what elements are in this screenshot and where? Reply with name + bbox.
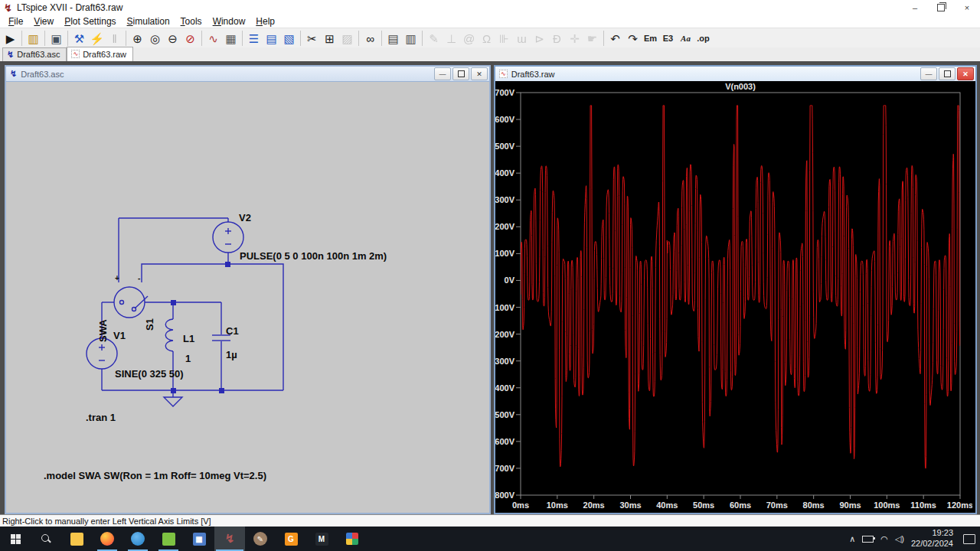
taskbar-ltspice-icon[interactable]: ↯ <box>214 527 245 551</box>
child-minimize-button[interactable]: — <box>920 67 937 80</box>
taskbar-search-button[interactable] <box>31 527 61 551</box>
menu-tools[interactable]: Tools <box>175 16 207 27</box>
toolbar-ground-button: ⊥ <box>443 30 460 47</box>
toolbar-undo-button[interactable]: ↶ <box>606 30 624 47</box>
minimize-button[interactable]: – <box>902 0 928 15</box>
menu-plot-settings[interactable]: Plot Settings <box>59 16 121 27</box>
toolbar-run-simulation-button[interactable]: ⚡ <box>88 30 106 47</box>
toolbar-text-button[interactable]: Aa <box>677 30 694 47</box>
toolbar-cut-button[interactable]: ✂ <box>303 30 321 47</box>
label-v1-value[interactable]: SINE(0 325 50) <box>115 368 184 380</box>
taskbar-m-app-icon[interactable]: M <box>306 527 337 551</box>
schematic-window[interactable]: ↯ Draft63.asc — ✕ <box>5 65 491 514</box>
toolbar-save-button[interactable]: ▣ <box>47 30 65 47</box>
inductor-l1[interactable] <box>165 319 173 351</box>
tray-expand-chevron-icon[interactable]: ∧ <box>849 534 855 544</box>
toolbar-copy-button[interactable]: ⊞ <box>321 30 338 47</box>
toolbar-tile-horizontally-button[interactable]: ☰ <box>245 30 263 47</box>
toolbar-redo-button[interactable]: ↷ <box>624 30 642 47</box>
wire[interactable] <box>142 264 227 282</box>
toolbar-control-panel-button[interactable]: ⚒ <box>70 30 88 47</box>
toolbar-autorange-y-axis-button[interactable]: ∿ <box>204 30 222 47</box>
label-s1[interactable]: S1 <box>144 318 155 331</box>
taskbar-file-explorer-icon[interactable] <box>61 527 92 551</box>
document-tabbar: ↯ Draft63.asc ∿ Draft63.raw <box>0 47 980 62</box>
label-v1[interactable]: V1 <box>113 330 126 341</box>
taskbar-clock[interactable]: 19:23 22/02/2024 <box>911 528 953 549</box>
toolbar-print-button[interactable]: ▤ <box>384 30 402 47</box>
schematic-window-titlebar[interactable]: ↯ Draft63.asc — ✕ <box>6 67 489 81</box>
child-restore-button[interactable] <box>939 67 956 80</box>
toolbar-zoom-in-button[interactable]: ⊕ <box>129 30 146 47</box>
toolbar-run-button[interactable]: ▶ <box>2 30 19 47</box>
wire-junction <box>171 300 176 305</box>
toolbar-separator <box>381 31 382 46</box>
toolbar-resistor-button: Ω <box>478 30 495 47</box>
child-close-button[interactable]: ✕ <box>471 67 488 80</box>
toolbar-zoom-full-extents-button[interactable]: ◎ <box>146 30 164 47</box>
menu-simulation[interactable]: Simulation <box>122 16 175 27</box>
schematic-canvas[interactable]: V2 PULSE(0 5 0 100n 100n 1m 2m) + - SWA … <box>6 81 489 513</box>
toolbar-plot-settings-button[interactable]: ▦ <box>222 30 240 47</box>
label-v2-value[interactable]: PULSE(0 5 0 100n 100n 1m 2m) <box>240 250 387 262</box>
child-minimize-button[interactable]: — <box>434 67 451 80</box>
menu-view[interactable]: View <box>28 16 59 27</box>
voltage-source-v2[interactable] <box>213 222 243 253</box>
label-c1-value[interactable]: 1µ <box>226 349 237 360</box>
taskbar-calculator-icon[interactable]: ▦ <box>184 527 214 551</box>
taskbar-gimp-icon[interactable]: ✎ <box>245 527 276 551</box>
directive-tran[interactable]: .tran 1 <box>86 412 116 423</box>
waveform-plot-area[interactable]: V(n003) 700V600V500V400V300V200V100V0V-1… <box>495 81 975 513</box>
label-v2[interactable]: V2 <box>239 212 251 223</box>
taskbar-firefox-icon[interactable] <box>92 527 122 551</box>
taskbar-image-viewer-icon[interactable] <box>153 527 184 551</box>
menu-file[interactable]: File <box>3 16 28 27</box>
toolbar-mirror-button[interactable]: Em <box>642 30 659 47</box>
close-button[interactable]: × <box>954 0 980 15</box>
ground-symbol[interactable] <box>164 397 182 406</box>
switch-s1[interactable] <box>114 287 148 318</box>
toolbar-spice-directive-button[interactable]: .op <box>694 30 712 47</box>
wifi-icon[interactable]: ◠ <box>880 534 888 544</box>
child-restore-button[interactable] <box>452 67 469 80</box>
waveform-window-titlebar[interactable]: ∿ Draft63.raw — ✕ <box>495 67 975 81</box>
toolbar-rotate-button[interactable]: E3 <box>659 30 677 47</box>
taskbar-sticker-app-icon[interactable] <box>337 527 368 551</box>
toolbar-tile-vertically-button[interactable]: ▤ <box>263 30 280 47</box>
menu-window[interactable]: Window <box>207 16 251 27</box>
label-c1[interactable]: C1 <box>226 325 239 337</box>
y-tick-label: 100V <box>495 249 515 258</box>
label-l1[interactable]: L1 <box>183 333 194 344</box>
app-titlebar[interactable]: ↯ LTspice XVII - Draft63.raw – × <box>0 0 980 15</box>
waveform-window[interactable]: ∿ Draft63.raw — ✕ V(n003) 700V600V500V40… <box>494 65 977 514</box>
toolbar-zoom-back-button[interactable]: ⊘ <box>181 30 199 47</box>
label-l1-value[interactable]: 1 <box>185 353 191 364</box>
taskbar-g-app-icon[interactable]: G <box>276 527 306 551</box>
toolbar-separator <box>44 31 45 46</box>
menu-help[interactable]: Help <box>250 16 280 27</box>
label-swa[interactable]: SWA <box>97 319 109 342</box>
toolbar-print-preview-button[interactable]: ▥ <box>402 30 420 47</box>
trace-legend[interactable]: V(n003) <box>725 82 756 91</box>
tab-draft63-asc[interactable]: ↯ Draft63.asc <box>2 47 67 61</box>
toolbar-find-button[interactable]: ∞ <box>361 30 379 47</box>
taskbar-start-button[interactable] <box>0 527 31 551</box>
gimp-glyph-icon: ✎ <box>253 532 267 546</box>
voltage-trace[interactable] <box>521 106 960 468</box>
voltage-source-v1[interactable] <box>87 338 117 369</box>
restore-button[interactable] <box>928 0 954 15</box>
restore-icon <box>458 70 465 77</box>
battery-icon[interactable] <box>862 536 874 543</box>
toolbar-zoom-out-button[interactable]: ⊖ <box>164 30 181 47</box>
tab-draft63-raw[interactable]: ∿ Draft63.raw <box>67 47 133 61</box>
switch-minus-terminal: - <box>138 274 140 282</box>
action-center-icon[interactable] <box>963 534 975 544</box>
clock-time: 19:23 <box>911 528 953 539</box>
child-close-button[interactable]: ✕ <box>957 67 974 80</box>
taskbar-thunderbird-icon[interactable] <box>122 527 153 551</box>
toolbar-cascade-windows-button[interactable]: ▧ <box>280 30 298 47</box>
y-tick-label: 200V <box>495 222 515 231</box>
volume-icon[interactable]: ◁) <box>895 534 904 544</box>
directive-model[interactable]: .model SWA SW(Ron = 1m Roff= 10meg Vt=2.… <box>44 470 266 481</box>
toolbar-open-button[interactable]: ▥ <box>24 30 42 47</box>
